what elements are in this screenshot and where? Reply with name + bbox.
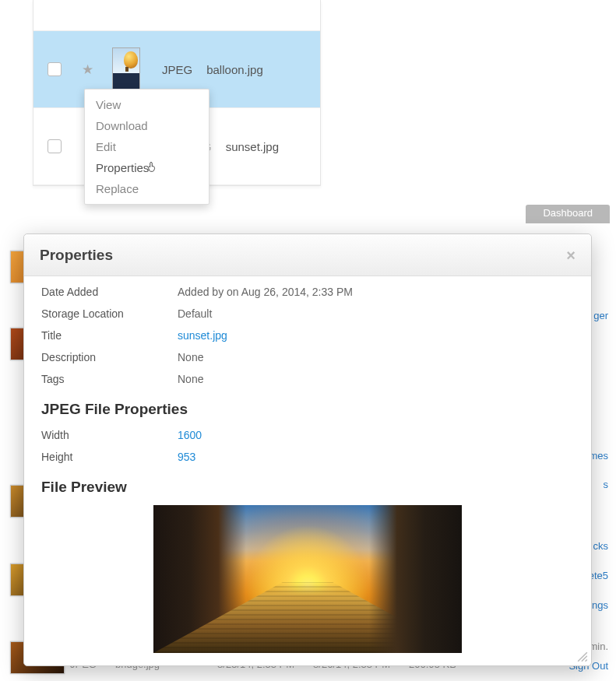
bg-link[interactable]: cks: [593, 540, 609, 552]
prop-value: Added by on Aug 26, 2014, 2:33 PM: [178, 286, 353, 298]
bg-link[interactable]: mes: [589, 450, 608, 462]
prop-value-link[interactable]: 953: [178, 451, 195, 463]
prop-label: Tags: [41, 373, 178, 385]
file-list-header: [33, 0, 320, 31]
prop-row: Height 953: [41, 446, 574, 468]
prop-row: Width 1600: [41, 424, 574, 446]
prop-row: Title sunset.jpg: [41, 325, 574, 346]
bg-link[interactable]: s: [604, 479, 609, 490]
context-menu-edit[interactable]: Edit: [85, 136, 209, 157]
prop-label: Description: [41, 351, 178, 363]
context-menu-replace[interactable]: Replace: [85, 178, 209, 199]
file-name: balloon.jpg: [206, 63, 263, 76]
prop-label: Date Added: [41, 286, 178, 298]
prop-label: Width: [41, 429, 178, 441]
modal-body: Date Added Added by on Aug 26, 2014, 2:3…: [24, 276, 591, 665]
file-preview-image: [153, 505, 462, 653]
file-thumbnail[interactable]: [112, 47, 140, 91]
prop-value: Default: [178, 307, 212, 320]
bg-link[interactable]: ger: [593, 310, 608, 321]
prop-row: Date Added Added by on Aug 26, 2014, 2:3…: [41, 281, 574, 303]
pointer-cursor-icon: [147, 161, 158, 175]
row-checkbox[interactable]: [48, 139, 62, 153]
context-menu: View Download Edit Properties Replace: [84, 89, 209, 205]
prop-label: Title: [41, 329, 178, 342]
prop-value-link[interactable]: sunset.jpg: [178, 329, 227, 342]
prop-row: Description None: [41, 346, 574, 368]
prop-value-link[interactable]: 1600: [178, 429, 202, 441]
context-menu-download[interactable]: Download: [85, 115, 209, 136]
file-type: JPEG: [162, 63, 192, 76]
prop-row: Storage Location Default: [41, 303, 574, 325]
star-icon[interactable]: ★: [82, 61, 93, 78]
prop-value: None: [178, 373, 203, 385]
file-preview-heading: File Preview: [41, 479, 574, 496]
prop-label: Height: [41, 451, 178, 463]
prop-value: None: [178, 351, 203, 363]
close-icon[interactable]: ×: [566, 247, 576, 263]
modal-header: Properties ×: [24, 234, 591, 276]
prop-label: Storage Location: [41, 307, 178, 320]
resize-grip-icon[interactable]: [577, 651, 588, 662]
prop-row: Tags None: [41, 368, 574, 390]
properties-modal: Properties × Date Added Added by on Aug …: [23, 233, 592, 666]
jpeg-props-heading: JPEG File Properties: [41, 401, 574, 418]
file-name: sunset.jpg: [226, 140, 279, 153]
context-menu-view[interactable]: View: [85, 94, 209, 115]
bg-text: min.: [589, 641, 608, 652]
dashboard-tab[interactable]: Dashboard: [526, 205, 610, 223]
modal-title: Properties: [40, 247, 113, 264]
row-checkbox[interactable]: [48, 62, 62, 76]
